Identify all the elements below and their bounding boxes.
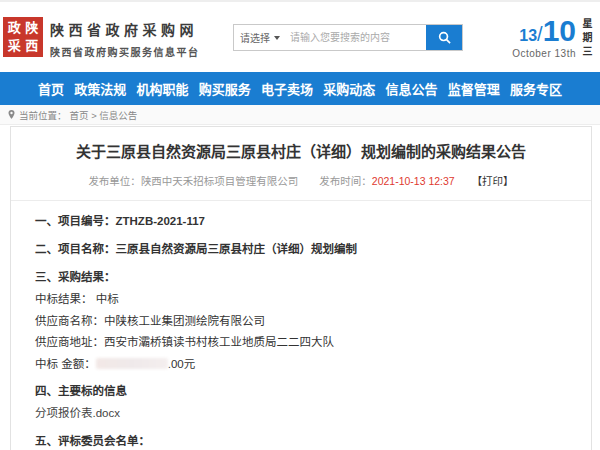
date-month: 10 [543, 14, 576, 47]
breadcrumb: 当前位置： 首页 > 信息公告 [0, 105, 600, 125]
section-project-name: 二、项目名称：三原县自然资源局三原县村庄（详细）规划编制 [35, 242, 567, 257]
search-icon [438, 31, 451, 44]
nav-item-policies[interactable]: 政策法规 [74, 79, 126, 98]
bid-result-line: 中标结果： 中标 [35, 292, 567, 307]
article-panel: 关于三原县自然资源局三原县村庄（详细）规划编制的采购结果公告 发布单位：陕西中天… [10, 126, 592, 450]
bid-amount-suffix: .00元 [168, 358, 196, 370]
print-button[interactable]: 【打印】 [472, 175, 514, 187]
section-procurement-result: 三、采购结果： [35, 270, 567, 285]
search-input[interactable] [286, 25, 426, 50]
page: 政 陕 采 西 陕西省政府采购网 陕西省政府购买服务信息平台 请选择 [0, 0, 600, 450]
search-bar: 请选择 [233, 24, 463, 51]
nav-item-service-zone[interactable]: 服务专区 [510, 79, 562, 98]
section-project-number: 一、项目编号：ZTHZB-2021-117 [35, 214, 567, 229]
nav-item-home[interactable]: 首页 [38, 79, 64, 98]
redacted-amount [96, 358, 168, 369]
search-button[interactable] [426, 25, 462, 50]
site-logo: 政 陕 采 西 [3, 17, 43, 57]
logo-char: 陕 [24, 20, 41, 37]
nav-item-purchase-services[interactable]: 购买服务 [199, 79, 251, 98]
logo-char: 采 [6, 38, 23, 55]
section-evaluation-committee: 五、评标委员会名单： [35, 434, 567, 449]
publisher: 发布单位：陕西中天禾招标项目管理有限公司 [88, 175, 298, 187]
article-meta: 发布单位：陕西中天禾招标项目管理有限公司 发布时间：2021-10-13 12:… [35, 173, 567, 188]
section-main-subject-info: 四、主要标的信息 [35, 384, 567, 399]
bid-amount-label: 中标 金额： [35, 358, 96, 370]
breadcrumb-prefix: 当前位置： [19, 108, 67, 122]
logo-char: 西 [24, 38, 41, 55]
chevron-down-icon [274, 36, 280, 40]
site-names: 陕西省政府采购网 陕西省政府购买服务信息平台 [50, 19, 200, 59]
nav-item-supervision[interactable]: 监督管理 [448, 79, 500, 98]
date-numbers: 13/10 [512, 14, 576, 48]
nav-item-announcements[interactable]: 信息公告 [385, 79, 437, 98]
publish-time-label: 发布时间： [319, 175, 372, 187]
date-day: 13 [519, 27, 537, 44]
article-title: 关于三原县自然资源局三原县村庄（详细）规划编制的采购结果公告 [35, 142, 567, 162]
logo-char: 政 [6, 20, 23, 37]
main-nav: 首页 政策法规 机构职能 购买服务 电子卖场 采购动态 信息公告 监督管理 服务… [0, 72, 600, 105]
divider [11, 200, 591, 201]
nav-item-procurement-news[interactable]: 采购动态 [323, 79, 375, 98]
breadcrumb-path[interactable]: 首页 > 信息公告 [70, 108, 138, 122]
nav-item-e-marketplace[interactable]: 电子卖场 [261, 79, 313, 98]
attachment-link[interactable]: 分项报价表.docx [35, 406, 567, 421]
article-body: 一、项目编号：ZTHZB-2021-117 二、项目名称：三原县自然资源局三原县… [35, 214, 567, 450]
date-english: October 13th [512, 48, 576, 59]
location-pin-icon [7, 109, 16, 120]
weekday-label: 星期三 [579, 18, 594, 60]
supplier-address-line: 供应商地址：西安市灞桥镇读书村核工业地质局二二四大队 [35, 335, 567, 350]
date-display: 13/10 October 13th [512, 14, 576, 59]
supplier-name-line: 供应商名称：中陕核工业集团测绘院有限公司 [35, 314, 567, 329]
publish-time: 2021-10-13 12:37 [372, 175, 455, 187]
nav-item-functions[interactable]: 机构职能 [136, 79, 188, 98]
site-title: 陕西省政府采购网 [50, 19, 200, 39]
site-header: 政 陕 采 西 陕西省政府采购网 陕西省政府购买服务信息平台 请选择 [0, 2, 600, 72]
search-category-select[interactable]: 请选择 [234, 25, 286, 50]
search-category-label: 请选择 [240, 30, 270, 45]
bid-amount-line: 中标 金额：.00元 [35, 357, 567, 372]
site-subtitle: 陕西省政府购买服务信息平台 [50, 44, 200, 59]
